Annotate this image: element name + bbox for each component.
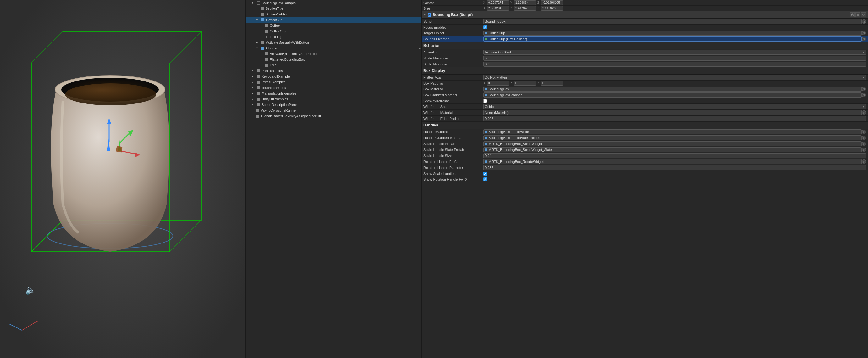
lock-icon[interactable] bbox=[850, 12, 855, 17]
hierarchy-item-press-examples[interactable]: ► PressExamples bbox=[246, 79, 421, 85]
handle-material-btn[interactable]: ◎ bbox=[862, 129, 866, 134]
hierarchy-item-section-subtitle[interactable]: SectionSubtitle bbox=[246, 11, 421, 17]
item-label: KeyboardExample bbox=[261, 74, 290, 78]
viewport-canvas[interactable]: 🔈 bbox=[0, 0, 245, 358]
expand-icon[interactable] bbox=[856, 12, 861, 17]
size-z-field[interactable]: Z bbox=[537, 6, 563, 11]
scale-min-label: Scale Minimum bbox=[424, 62, 483, 66]
hierarchy-item-cheese[interactable]: ▼ Cheese ▶ bbox=[246, 45, 421, 51]
script-field[interactable]: BoundingBox bbox=[483, 19, 862, 24]
box-grabbed-material-value: BoundingBoxGrabbed bbox=[489, 93, 523, 97]
center-z-input[interactable] bbox=[541, 0, 563, 5]
box-padding-x-input[interactable] bbox=[487, 81, 509, 86]
svg-rect-24 bbox=[260, 7, 264, 10]
bounds-override-row: Bounds Override CoffeeCup (Box Collider)… bbox=[422, 36, 868, 42]
scale-handle-prefab-field[interactable]: MRTK_BoundingBox_ScaleWidget bbox=[483, 141, 862, 146]
center-x-input[interactable] bbox=[487, 0, 509, 5]
grey-cube-icon bbox=[256, 74, 260, 79]
svg-rect-31 bbox=[265, 52, 268, 55]
settings-icon[interactable] bbox=[861, 12, 866, 17]
svg-rect-19 bbox=[116, 146, 123, 153]
box-material-field[interactable]: BoundingBox bbox=[483, 87, 862, 92]
hierarchy-item-flattened[interactable]: FlattenedBoundingBox bbox=[246, 57, 421, 62]
hierarchy-item-keyboard[interactable]: ► KeyboardExample bbox=[246, 73, 421, 79]
wireframe-shape-dropdown[interactable]: Cubic ▼ bbox=[483, 104, 866, 109]
hierarchy-panel[interactable]: ▼ BoundingBoxExample SectionTitle Sectio… bbox=[245, 0, 421, 358]
scale-handle-slate-label: Scale Handle Slate Prefab bbox=[424, 148, 483, 152]
svg-rect-32 bbox=[265, 58, 268, 61]
size-z-input[interactable] bbox=[541, 6, 563, 11]
rotation-handle-diameter-field[interactable]: 0.035 bbox=[483, 165, 866, 170]
center-x-field[interactable]: X bbox=[483, 0, 509, 5]
svg-rect-33 bbox=[265, 64, 268, 67]
show-wireframe-checkbox[interactable] bbox=[483, 99, 487, 103]
center-y-input[interactable] bbox=[514, 0, 536, 5]
handle-grabbed-material-btn[interactable]: ◎ bbox=[862, 136, 866, 140]
box-padding-y-input[interactable] bbox=[514, 81, 536, 86]
box-material-btn[interactable]: ◎ bbox=[862, 87, 866, 91]
box-padding-y[interactable]: Y bbox=[510, 81, 536, 86]
hierarchy-item-touch-examples[interactable]: ► TouchExamples bbox=[246, 85, 421, 91]
hierarchy-item-activate-manually[interactable]: ► ActivateManuallyWithButton bbox=[246, 40, 421, 45]
flatten-axis-dropdown[interactable]: Do Not Flatten ▼ bbox=[483, 75, 866, 80]
viewport-panel: ← Persp bbox=[0, 0, 245, 358]
scale-handle-prefab-btn[interactable]: ◎ bbox=[862, 142, 866, 146]
box-padding-x[interactable]: X bbox=[483, 81, 509, 86]
scale-handle-slate-field[interactable]: MRTK_BoundingBox_ScaleWidget_Slate bbox=[483, 147, 862, 152]
center-z-field[interactable]: Z bbox=[537, 0, 563, 5]
center-y-field[interactable]: Y bbox=[510, 0, 536, 5]
hierarchy-item-scene-description[interactable]: ► SceneDescriptionPanel bbox=[246, 102, 421, 108]
item-label: FlattenedBoundingBox bbox=[270, 58, 305, 61]
component-enabled-checkbox[interactable] bbox=[428, 13, 431, 17]
target-object-field[interactable]: CoffeeCup bbox=[483, 31, 862, 35]
hierarchy-item-bounding-box-example[interactable]: ▼ BoundingBoxExample bbox=[246, 0, 421, 6]
size-x-input[interactable] bbox=[487, 6, 509, 11]
box-padding-z[interactable]: Z bbox=[537, 81, 563, 86]
show-scale-handles-checkbox[interactable] bbox=[483, 172, 487, 176]
hierarchy-item-global-shader[interactable]: GlobalShaderProximityAssignerForButt... bbox=[246, 113, 421, 119]
script-target-btn[interactable]: ◎ bbox=[862, 19, 866, 24]
box-grabbed-material-field[interactable]: BoundingBoxGrabbed bbox=[483, 92, 862, 97]
activation-dropdown[interactable]: Activate On Start ▼ bbox=[483, 50, 866, 55]
hierarchy-item-activate-proximity[interactable]: ActivateByProximityAndPointer bbox=[246, 51, 421, 57]
scale-max-label: Scale Maximum bbox=[424, 56, 483, 60]
hierarchy-item-coffeecup-child[interactable]: CoffeeCup bbox=[246, 28, 421, 34]
activation-value: Activate On Start bbox=[485, 50, 511, 54]
dropdown-arrow-icon: ▼ bbox=[862, 106, 865, 108]
hierarchy-item-pan-examples[interactable]: ► PanExamples bbox=[246, 68, 421, 73]
target-object-btn[interactable]: ◎ bbox=[862, 31, 866, 35]
hierarchy-item-section-title[interactable]: SectionTitle bbox=[246, 6, 421, 11]
scale-handle-slate-btn[interactable]: ◎ bbox=[862, 148, 866, 152]
hierarchy-item-coffeecup-parent[interactable]: ▼ CoffeeCup bbox=[246, 17, 421, 23]
handle-material-field[interactable]: BoundingBoxHandleWhite bbox=[483, 129, 862, 134]
wireframe-edge-radius-field[interactable]: 0.005 bbox=[483, 116, 866, 121]
hierarchy-item-tree[interactable]: Tree bbox=[246, 62, 421, 68]
grey-cube-icon bbox=[260, 12, 265, 17]
size-x-field[interactable]: X bbox=[483, 6, 509, 11]
focus-enabled-checkbox[interactable] bbox=[483, 26, 487, 29]
hierarchy-item-unity-ui[interactable]: ► UnityUIExamples bbox=[246, 96, 421, 102]
hierarchy-item-coffee[interactable]: Coffee bbox=[246, 23, 421, 28]
show-rotation-handle-x-checkbox[interactable] bbox=[483, 177, 487, 181]
hierarchy-item-async[interactable]: AsyncCoroutineRunner bbox=[246, 108, 421, 113]
dropdown-arrow-icon: ▼ bbox=[862, 51, 865, 54]
scale-max-field[interactable]: 5 bbox=[483, 56, 866, 61]
wireframe-material-btn[interactable]: ◎ bbox=[862, 111, 866, 115]
scale-handle-size-field[interactable]: 0.04 bbox=[483, 153, 866, 158]
size-y-field[interactable]: Y bbox=[510, 6, 536, 11]
rotation-handle-prefab-field[interactable]: MRTK_BoundingBox_RotateWidget bbox=[483, 159, 862, 164]
box-grabbed-material-btn[interactable]: ◎ bbox=[862, 93, 866, 97]
inspector-panel: Center X Y Z Size X Y bbox=[421, 0, 868, 358]
show-wireframe-label: Show Wireframe bbox=[424, 99, 483, 103]
handle-grabbed-material-field[interactable]: BoundingBoxHandleBlueGrabbed bbox=[483, 135, 862, 140]
box-padding-z-input[interactable] bbox=[541, 81, 563, 86]
bounds-override-field[interactable]: CoffeeCup (Box Collider) bbox=[483, 36, 862, 41]
rotation-handle-prefab-btn[interactable]: ◎ bbox=[862, 159, 866, 164]
bounds-override-btn[interactable]: ◎ bbox=[862, 37, 866, 41]
size-y-input[interactable] bbox=[514, 6, 536, 11]
hierarchy-item-text1[interactable]: T Text (1) bbox=[246, 34, 421, 40]
scale-min-field[interactable]: 0.3 bbox=[483, 62, 866, 67]
hierarchy-item-manipulation[interactable]: ► ManipulationExamples bbox=[246, 91, 421, 96]
show-scale-handles-label: Show Scale Handles bbox=[424, 172, 483, 176]
wireframe-material-field[interactable]: None (Material) bbox=[483, 110, 862, 115]
